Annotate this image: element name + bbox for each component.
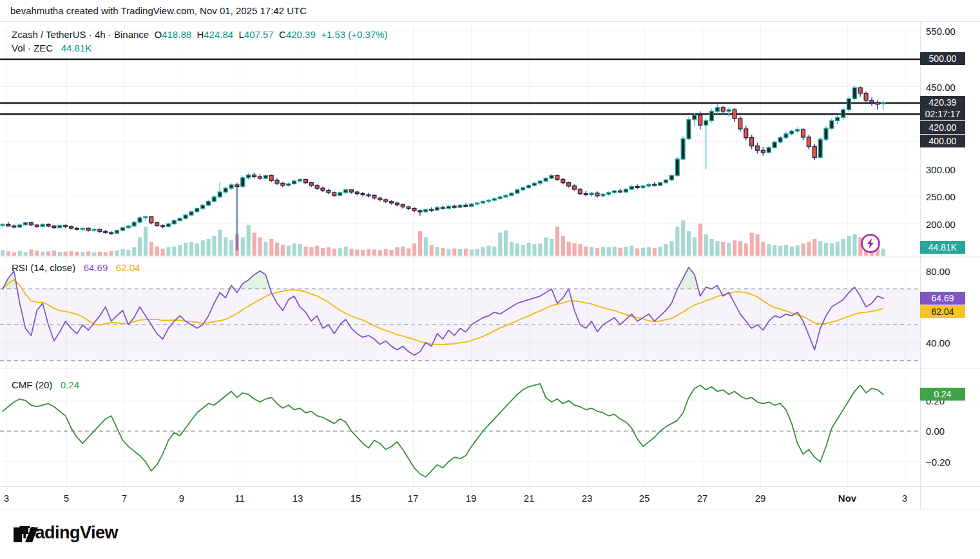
ohlc-high-label: H xyxy=(197,29,204,40)
axis-label: 550.00 xyxy=(926,26,956,37)
tradingview-chart-screenshot: bevahmutha created with TradingView.com,… xyxy=(0,0,980,559)
ohlc-open-label: O xyxy=(155,29,162,40)
time-axis-label: 11 xyxy=(235,493,245,504)
time-axis-label: 15 xyxy=(351,493,361,504)
axis-label: 80.00 xyxy=(926,266,950,277)
ohlc-high-value: 424.84 xyxy=(204,29,233,40)
axis-badge: 62.04 xyxy=(920,305,965,318)
time-axis-label: Nov xyxy=(838,493,856,504)
cmf-value: 0.24 xyxy=(61,379,79,390)
rsi-smooth-value: 62.04 xyxy=(116,262,140,273)
axis-label: 250.00 xyxy=(926,191,956,202)
rsi-value: 64.69 xyxy=(84,262,108,273)
ohlc-open-value: 418.88 xyxy=(162,29,191,40)
ohlc-close-value: 420.39 xyxy=(286,29,316,40)
time-axis-label: 3 xyxy=(902,493,907,504)
change-value: +1.53 (+0.37%) xyxy=(321,29,387,40)
axis-badge: 64.69 xyxy=(920,292,965,305)
time-axis-label: 25 xyxy=(639,493,650,504)
time-axis-label: 19 xyxy=(466,493,477,504)
volume-legend[interactable]: Vol · ZEC 44.81K xyxy=(12,43,91,53)
lightning-icon[interactable] xyxy=(859,232,882,255)
ohlc-low-value: 407.57 xyxy=(244,29,274,40)
footer-brand[interactable]: TradingView xyxy=(13,523,118,543)
tradingview-logo-icon xyxy=(13,523,46,545)
volume-label: Vol · ZEC xyxy=(12,43,53,53)
rsi-label: RSI (14, close) xyxy=(12,262,75,273)
axis-label: 450.00 xyxy=(926,82,956,93)
cmf-legend[interactable]: CMF (20) 0.24 xyxy=(12,379,79,390)
volume-value: 44.81K xyxy=(61,43,92,53)
symbol-title: Zcash / TetherUS · 4h · Binance xyxy=(12,29,149,40)
time-axis-label: 7 xyxy=(122,493,127,504)
ohlc-low-label: L xyxy=(239,29,244,40)
ohlc-close-label: C xyxy=(279,29,286,40)
time-axis-label: 3 xyxy=(4,493,9,504)
time-axis-label: 21 xyxy=(524,493,535,504)
axis-badge: 500.00 xyxy=(920,52,965,65)
chart-canvas[interactable] xyxy=(0,0,980,559)
price-gridlines xyxy=(0,32,920,223)
cmf-line xyxy=(3,384,883,477)
axis-label: 0.00 xyxy=(926,426,945,437)
time-axis-label: 9 xyxy=(179,493,184,504)
axis-badge: 0.24 xyxy=(920,388,965,401)
axis-label: 300.00 xyxy=(926,164,956,175)
axis-badge: 420.39 xyxy=(920,96,965,109)
axis-badge: 420.00 xyxy=(920,121,965,134)
cmf-levels xyxy=(0,401,920,462)
cmf-label: CMF (20) xyxy=(12,379,52,390)
time-axis-label: 5 xyxy=(64,493,69,504)
axis-label: −0.20 xyxy=(926,457,950,468)
candlestick-series[interactable] xyxy=(1,86,885,251)
axis-label: 200.00 xyxy=(926,219,956,230)
symbol-legend[interactable]: Zcash / TetherUS · 4h · Binance O418.88 … xyxy=(12,29,388,40)
time-axis-label: 27 xyxy=(697,493,708,504)
time-axis-label: 29 xyxy=(755,493,766,504)
axis-label: 40.00 xyxy=(926,337,950,348)
axis-badge: 44.81K xyxy=(920,241,965,254)
rsi-legend[interactable]: RSI (14, close) 64.69 62.04 xyxy=(12,262,140,273)
time-axis-label: 23 xyxy=(582,493,593,504)
axis-badge: 02:17:17 xyxy=(920,108,965,120)
time-axis-label: 17 xyxy=(408,493,419,504)
pane-separators xyxy=(0,22,980,509)
axis-badge: 400.00 xyxy=(920,135,965,147)
time-axis-label: 13 xyxy=(293,493,303,504)
